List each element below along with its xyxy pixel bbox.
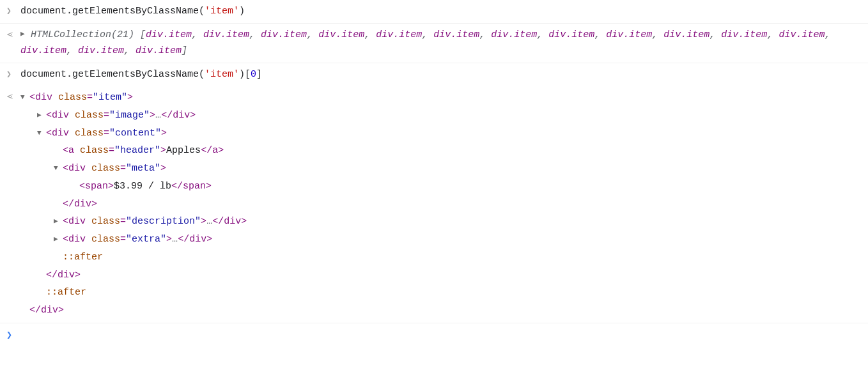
code-input-1[interactable]: document.getElementsByClassName('item') <box>20 3 863 20</box>
code-number: 0 <box>251 69 256 80</box>
collection-item: div.item <box>663 29 709 40</box>
console-input-line-2: ❯ document.getElementsByClassName('item'… <box>0 63 868 86</box>
code-string: 'item' <box>205 69 239 80</box>
code-text: )[ <box>239 69 251 80</box>
code-text: document.getElementsByClassName( <box>20 69 205 80</box>
code-string: 'item' <box>205 6 239 17</box>
disclosure-triangle-icon[interactable]: ▼ <box>54 162 63 174</box>
tree-row-div-item[interactable]: ▼<div class="item"> <box>20 89 863 107</box>
input-prompt-icon: ❯ <box>6 66 20 82</box>
code-input-2[interactable]: document.getElementsByClassName('item')[… <box>20 66 863 83</box>
code-text: ] <box>256 69 262 80</box>
tree-row-div-meta[interactable]: ▼<div class="meta"> <box>20 160 863 178</box>
collection-item: div.item <box>318 29 364 40</box>
disclosure-triangle-icon[interactable]: ▼ <box>20 91 29 104</box>
result-content-1[interactable]: ▶HTMLCollection(21) [div.item, div.item,… <box>20 27 863 59</box>
collection-type-label: HTMLCollection(21) <box>31 29 134 40</box>
console-result-line-1: ⋖ ▶HTMLCollection(21) [div.item, div.ite… <box>0 24 868 63</box>
output-prompt-icon: ⋖ <box>6 27 20 42</box>
disclosure-triangle-icon[interactable]: ▶ <box>37 109 46 121</box>
input-prompt-icon: ❯ <box>6 3 20 19</box>
dom-tree[interactable]: ▼<div class="item"> ▶<div class="image">… <box>20 89 863 320</box>
collection-item: div.item <box>721 29 767 40</box>
collection-item: div.item <box>136 45 182 56</box>
tree-row-div-content[interactable]: ▼<div class="content"> <box>20 125 863 143</box>
collection-item: div.item <box>491 29 537 40</box>
collection-item: div.item <box>203 29 249 40</box>
tree-row-close-item[interactable]: ▶</div> <box>20 302 863 320</box>
collection-item: div.item <box>146 29 192 40</box>
collection-item: div.item <box>20 45 66 56</box>
tree-row-div-description[interactable]: ▶<div class="description">…</div> <box>20 213 863 231</box>
tree-row-div-extra[interactable]: ▶<div class="extra">…</div> <box>20 231 863 249</box>
disclosure-triangle-icon[interactable]: ▶ <box>54 215 63 228</box>
collection-item: div.item <box>606 29 652 40</box>
tree-row-span-price[interactable]: ▶<span>$3.99 / lb</span> <box>20 178 863 196</box>
tree-row-pseudo-after-item[interactable]: ▶::after <box>20 284 863 302</box>
collection-item: div.item <box>779 29 825 40</box>
code-text: document.getElementsByClassName( <box>20 6 205 17</box>
collection-item: div.item <box>376 29 422 40</box>
tree-row-div-image[interactable]: ▶<div class="image">…</div> <box>20 107 863 125</box>
expand-arrow-icon[interactable]: ▶ <box>20 28 31 40</box>
console-result-line-2: ⋖ ▼<div class="item"> ▶<div class="image… <box>0 86 868 323</box>
collection-item: div.item <box>261 29 307 40</box>
tree-row-pseudo-after-content[interactable]: ▶::after <box>20 249 863 266</box>
tree-row-close-content[interactable]: ▶</div> <box>20 266 863 284</box>
console-active-prompt[interactable]: ❯ <box>0 323 868 348</box>
tree-row-close-meta[interactable]: ▶</div> <box>20 196 863 213</box>
output-prompt-icon: ⋖ <box>6 89 20 104</box>
disclosure-triangle-icon[interactable]: ▼ <box>37 127 46 139</box>
tree-row-a-header[interactable]: ▶<a class="header">Apples</a> <box>20 142 863 160</box>
collection-item: div.item <box>548 29 594 40</box>
collection-item: div.item <box>78 45 124 56</box>
collection-item: div.item <box>433 29 479 40</box>
input-prompt-icon: ❯ <box>6 327 20 344</box>
code-text: ) <box>239 6 245 17</box>
disclosure-triangle-icon[interactable]: ▶ <box>54 233 63 245</box>
console-input-line-1: ❯ document.getElementsByClassName('item'… <box>0 0 868 24</box>
